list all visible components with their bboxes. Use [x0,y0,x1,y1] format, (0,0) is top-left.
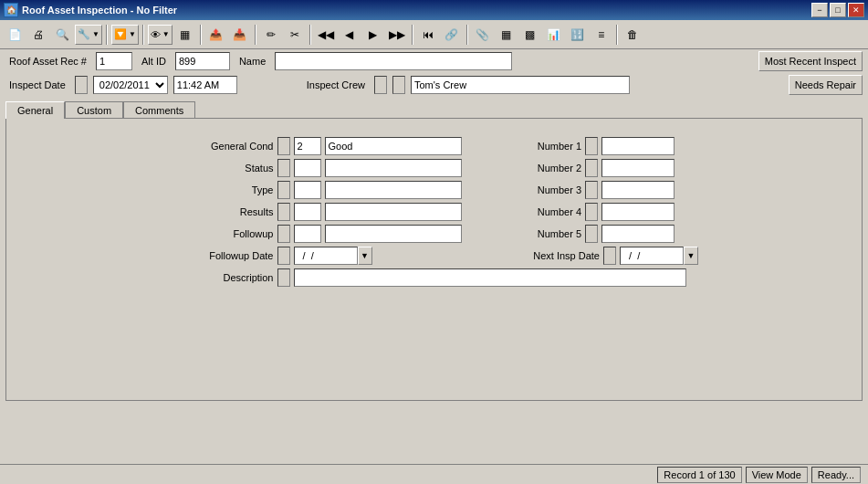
general-cond-sep [277,137,290,155]
most-recent-button[interactable]: Most Recent Inspect [758,51,863,71]
record-status: Record 1 of 130 [657,467,741,483]
inspect-crew-sep [374,76,387,94]
tab-bar: General Custom Comments [0,100,868,118]
type-label: Type [183,184,274,195]
tab-comments[interactable]: Comments [123,101,195,119]
next2-button[interactable]: ▶▶ [386,24,408,46]
form-area: General Cond Status Type Resu [16,137,852,287]
followup-sep [277,225,290,243]
new-button[interactable]: 📄 [4,24,26,46]
number4-input[interactable] [601,203,675,221]
inspect-date-select[interactable]: 02/02/2011 [93,76,168,94]
filter-dropdown[interactable]: 🔽▼ [111,25,139,45]
number4-label: Number 4 [518,206,581,217]
next-insp-date-row: Next Insp Date ▼ [518,247,698,265]
prev2-button[interactable]: ◀◀ [315,24,337,46]
inspect-time-input[interactable] [173,76,237,94]
grid3-button[interactable]: ▩ [519,24,541,46]
ready-status: Ready... [811,467,861,483]
number3-label: Number 3 [518,184,581,195]
followup-code-input[interactable] [294,225,321,243]
first-button[interactable]: ⏮ [417,24,439,46]
attach-button[interactable]: 📎 [472,24,494,46]
delete-button[interactable]: 🗑 [622,24,643,46]
status-val-input[interactable] [325,159,462,177]
name-label: Name [235,54,269,68]
tab-general[interactable]: General [5,101,65,119]
tools-dropdown[interactable]: 🔧▼ [75,25,102,45]
status-bar: Record 1 of 130 View Mode Ready... [0,464,868,484]
results-code-input[interactable] [294,203,321,221]
edit-button[interactable]: ✏ [260,24,282,46]
calc-button[interactable]: 🔢 [567,24,589,46]
grid2-button[interactable]: ▦ [496,24,518,46]
number5-sep [585,225,598,243]
altid-input[interactable] [175,52,230,70]
number5-row: Number 5 [518,225,698,243]
general-cond-num-input[interactable] [294,137,321,155]
number1-input[interactable] [601,137,675,155]
general-cond-val-input[interactable] [325,137,462,155]
find-button[interactable]: 🔍 [51,24,73,46]
followup-date-sep [277,247,290,265]
separator-7 [466,25,468,45]
needs-repair-button[interactable]: Needs Repair [789,75,863,95]
number1-row: Number 1 [518,137,698,155]
number5-label: Number 5 [518,228,581,239]
header-row-1: Roof Asset Rec # Alt ID Name Most Recent… [0,49,868,73]
link-button[interactable]: 🔗 [441,24,463,46]
next-insp-date-label: Next Insp Date [518,250,600,261]
rec-input[interactable] [96,52,132,70]
bar-button[interactable]: ≡ [591,24,612,46]
number3-input[interactable] [601,181,675,199]
number2-label: Number 2 [518,163,581,174]
graph-button[interactable]: 📊 [543,24,565,46]
inspect-crew-input[interactable] [411,76,630,94]
type-val-input[interactable] [325,181,462,199]
followup-label: Followup [183,228,274,239]
view-dropdown[interactable]: 👁▼ [148,25,173,45]
followup-date-input[interactable] [294,247,358,265]
general-cond-label: General Cond [183,141,274,152]
import-button[interactable]: 📥 [229,24,251,46]
print-button[interactable]: 🖨 [27,24,49,46]
followup-val-input[interactable] [325,225,462,243]
status-code-input[interactable] [294,159,321,177]
description-label: Description [183,272,274,283]
cut-button[interactable]: ✂ [284,24,306,46]
close-button[interactable]: ✕ [848,3,864,17]
inspect-crew-sep2 [392,76,405,94]
tab-custom[interactable]: Custom [65,101,123,119]
type-code-input[interactable] [294,181,321,199]
number1-sep [585,137,598,155]
name-input[interactable] [275,52,512,70]
number2-row: Number 2 [518,159,698,177]
number2-sep [585,159,598,177]
separator-3 [200,25,202,45]
number5-input[interactable] [601,225,675,243]
followup-date-arrow[interactable]: ▼ [358,247,372,265]
next-button[interactable]: ▶ [362,24,384,46]
description-sep [277,268,290,287]
window-title: Roof Asset Inspection - No Filter [22,5,177,16]
next-insp-date-arrow[interactable]: ▼ [684,247,698,265]
minimize-button[interactable]: − [811,3,828,17]
separator-4 [255,25,256,45]
maximize-button[interactable]: □ [830,3,846,17]
results-val-input[interactable] [325,203,462,221]
next-insp-date-input[interactable] [620,247,684,265]
results-label: Results [183,206,274,217]
description-input[interactable] [294,268,686,287]
view-mode-status: View Mode [746,467,808,483]
tab-content: General Cond Status Type Resu [5,118,863,401]
number2-input[interactable] [601,159,675,177]
grid-button[interactable]: ▦ [174,24,196,46]
separator-1 [106,25,108,45]
export-button[interactable]: 📤 [205,24,227,46]
inspect-crew-label: Inspect Crew [303,78,369,92]
number4-row: Number 4 [518,203,698,221]
number4-sep [585,203,598,221]
inspect-date-label: Inspect Date [5,78,69,92]
prev-button[interactable]: ◀ [339,24,361,46]
separator-8 [616,25,618,45]
